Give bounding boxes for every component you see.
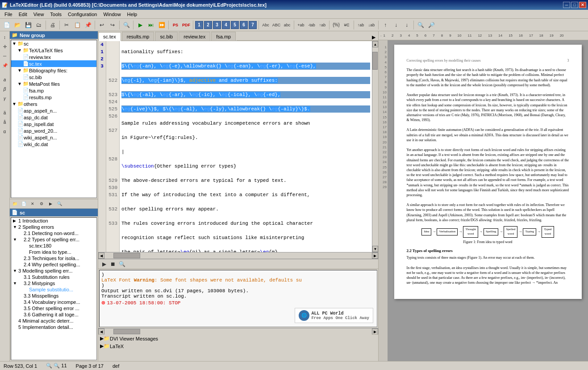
outline-item-3[interactable]: ▼ 3 Modelling spelling err... xyxy=(11,268,96,274)
sym-arrow[interactable]: ↕ xyxy=(1,33,9,41)
log-item-dvi[interactable]: ▶ 📁 DVI Viewer Messages xyxy=(98,335,378,342)
outline-panel[interactable]: ▶ 1 Introduction ▼ 2 Spelling errors 2.1… xyxy=(11,217,97,360)
tree-item-others[interactable]: ▼ 📁 others xyxy=(11,101,96,107)
tree-btn-5[interactable]: ▶ xyxy=(46,200,54,208)
ref-button[interactable]: ↑ab xyxy=(356,20,366,30)
sym-cross[interactable]: ✛ xyxy=(1,42,9,50)
tree-item-wikiaspell[interactable]: 📄 wiki_aspell_n... xyxy=(11,134,96,141)
compile-go-button[interactable]: ▶ xyxy=(135,20,145,30)
tree-item-resultsmp[interactable]: 📄 results.mp xyxy=(11,94,96,101)
tree-item-scbib[interactable]: 📄 sc.bib xyxy=(11,74,96,80)
editor-vscrollbar[interactable]: ▲ ▼ xyxy=(372,41,378,252)
sym-alpha[interactable]: a xyxy=(1,76,9,84)
tab-reviewtex[interactable]: review.tex xyxy=(179,32,210,41)
console-content[interactable]: ) LaTeX Font Warning: Some font shapes w… xyxy=(99,270,377,327)
menu-tools[interactable]: Tools xyxy=(47,11,64,18)
sym-gamma[interactable]: γ xyxy=(1,94,9,102)
hscroll-thumb[interactable] xyxy=(113,253,140,258)
outline-item-24[interactable]: 2.4 Why perfect spelling... xyxy=(11,261,96,268)
outline-item-23[interactable]: 2.3 Techniques for isola... xyxy=(11,255,96,261)
log-item-latex[interactable]: ▶ 📁 LaTeX xyxy=(98,342,378,350)
zoom-in-button[interactable]: 🔍 xyxy=(416,20,425,30)
outline-item-5[interactable]: 5 Implementation detail... xyxy=(11,324,96,330)
outline-item-21[interactable]: 2.1 Detecting non-word... xyxy=(11,230,96,236)
num-btn-1[interactable]: 1 xyxy=(195,21,203,29)
num-btn-5[interactable]: 5 xyxy=(231,21,239,29)
sym-beta[interactable]: β xyxy=(1,85,9,93)
outline-item-31[interactable]: 3.1 Substitution rules xyxy=(11,274,96,280)
tab2-button[interactable]: -tab xyxy=(307,20,317,30)
hscroll-track[interactable] xyxy=(104,252,372,259)
tree-item-wikidc[interactable]: 📄 wiki_dc.dat xyxy=(11,141,96,147)
menu-edit[interactable]: Edit xyxy=(16,11,30,18)
num-btn-6[interactable]: 6 xyxy=(240,21,248,29)
menu-file[interactable]: File xyxy=(2,11,15,18)
paste-button[interactable]: 📌 xyxy=(83,20,93,30)
sym-pin[interactable]: 📌 xyxy=(1,61,9,69)
tree-item-sctex[interactable]: 📄 sc.tex xyxy=(11,60,96,67)
scrollbar-thumb[interactable] xyxy=(372,52,378,70)
outline-item-35[interactable]: 3.5 Other spelling error ... xyxy=(11,305,96,311)
tree-item-reviewtex[interactable]: 📄 review.tex xyxy=(11,54,96,60)
num-btn-3[interactable]: 3 xyxy=(213,21,221,29)
num-btn-2[interactable]: 2 xyxy=(204,21,212,29)
find-button[interactable]: 🔍 xyxy=(121,20,131,30)
pdf-content[interactable]: Correcting spelling errors by modelling … xyxy=(388,40,588,361)
console-hscroll-track[interactable] xyxy=(104,328,372,335)
copy-button[interactable]: 📋 xyxy=(72,20,82,30)
file-tree[interactable]: ▼ 📁 sc ▼ 📁 TeX/LaTeX files 📄 review.tex … xyxy=(11,40,97,198)
menu-help[interactable]: Help xyxy=(125,11,140,18)
outline-item-spelling[interactable]: ▼ 2 Spelling errors xyxy=(11,224,96,230)
tree-item-mpfiles[interactable]: ▼ 📁 MetaPost files xyxy=(11,80,96,87)
redo-button[interactable]: ↪ xyxy=(108,20,117,30)
sym-char2[interactable]: å xyxy=(1,118,9,126)
maximize-button[interactable]: □ xyxy=(571,2,578,8)
print-button[interactable]: 🖨 xyxy=(48,20,58,30)
outline-item-32[interactable]: ▼ 3.2 Mistypings xyxy=(11,280,96,286)
outline-item-22[interactable]: ▼ 2.2 Types of spelling err... xyxy=(11,236,96,243)
new-button[interactable]: 📄 xyxy=(2,20,12,30)
editor-hscrollbar[interactable]: ◀ ▶ xyxy=(98,252,378,258)
abc3-button[interactable]: abc xyxy=(282,20,292,30)
outline-item-intro[interactable]: ▶ 1 Introduction xyxy=(11,218,96,224)
tree-item-aspword[interactable]: 📄 asp_word_20... xyxy=(11,127,96,134)
close-button[interactable]: ✕ xyxy=(579,2,586,8)
abc-alt-button[interactable]: ABC xyxy=(271,20,281,30)
console-btn-2[interactable]: ⏹ xyxy=(109,260,117,268)
scrollbar-down-button[interactable]: ▼ xyxy=(372,246,378,252)
tab-expand-button[interactable]: ▶ xyxy=(369,34,378,41)
sym-char1[interactable]: ä xyxy=(1,109,9,117)
minimize-button[interactable]: ─ xyxy=(563,2,570,8)
tab-resultsmp[interactable]: results.mp xyxy=(122,32,154,41)
tree-item-bibfiles[interactable]: ▼ 📁 Bibliography files: xyxy=(11,67,96,74)
menu-view[interactable]: View xyxy=(31,11,47,18)
tree-btn-4[interactable]: ⚙ xyxy=(38,200,46,208)
tree-item-texfiles[interactable]: ▼ 📁 TeX/LaTeX files xyxy=(11,47,96,54)
scrollbar-track[interactable] xyxy=(372,47,378,246)
zoom-out-button[interactable]: 🔎 xyxy=(426,20,436,30)
label-button[interactable]: ↓ab xyxy=(367,20,376,30)
menu-configuration[interactable]: Configuration xyxy=(65,11,100,18)
save-all-button[interactable]: 🗂 xyxy=(34,20,44,30)
tree-item-aspispell[interactable]: 📄 asp_ispell.dat xyxy=(11,121,96,127)
editor-text-area[interactable]: nationality suffixes: $\{\eg{-an}, \eg{-… xyxy=(120,41,372,252)
compile-step-button[interactable]: ⏭ xyxy=(146,20,156,30)
comment-button[interactable]: ↑ab xyxy=(317,20,327,30)
console-hscroll-left[interactable]: ◀ xyxy=(98,328,104,335)
sym-char3[interactable]: α xyxy=(1,127,9,135)
open-button[interactable]: 📂 xyxy=(13,20,22,30)
console-hscrollbar[interactable]: ◀ ▶ xyxy=(98,328,378,334)
brace-button[interactable]: {%} xyxy=(331,20,341,30)
tree-btn-3[interactable]: ✕ xyxy=(29,200,37,208)
env-button[interactable]: ¥∈ xyxy=(342,20,352,30)
console-hscroll-right[interactable]: ▶ xyxy=(372,328,378,335)
scrollbar-up-button[interactable]: ▲ xyxy=(372,41,378,47)
outline-item-34[interactable]: 3.4 Vocabulary incompe... xyxy=(11,299,96,305)
outline-item-36[interactable]: 3.6 Gathering it all toge... xyxy=(11,311,96,318)
hscroll-right-button[interactable]: ▶ xyxy=(372,252,378,259)
tab-fsamp[interactable]: fsa.mp xyxy=(211,32,236,41)
console-btn-1[interactable]: ▶ xyxy=(100,260,108,268)
console-btn-3[interactable]: 🔍 xyxy=(118,260,126,268)
tree-btn-6[interactable]: 🔍 xyxy=(55,200,63,208)
outline-item-fromidea[interactable]: From idea to type... xyxy=(11,249,96,255)
